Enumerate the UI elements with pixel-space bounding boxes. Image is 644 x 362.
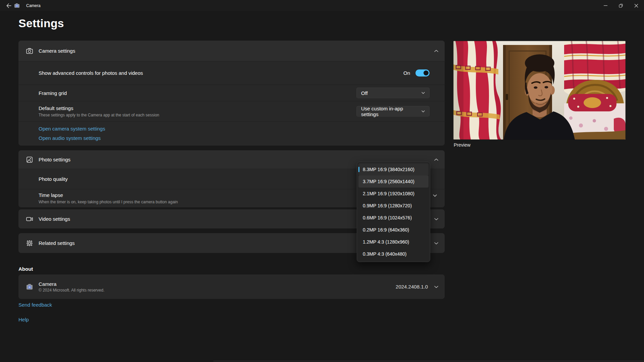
- chevron-down-icon: [434, 285, 439, 289]
- default-settings-label: Default settings: [39, 105, 159, 111]
- menu-item-quality-7[interactable]: 0.3MP 4:3 (640x480): [358, 248, 429, 260]
- framing-grid-combobox[interactable]: Off: [356, 88, 430, 98]
- gear-icon: [26, 240, 33, 247]
- default-settings-description: These settings apply to the Camera app a…: [39, 113, 159, 117]
- close-icon: [634, 4, 638, 8]
- menu-item-quality-3[interactable]: 0.9MP 16:9 (1280x720): [358, 200, 429, 212]
- titlebar: Camera: [0, 0, 644, 11]
- photo-quality-label: Photo quality: [39, 176, 68, 182]
- camera-app-window: { "window": { "app_title": "Camera", "co…: [0, 0, 644, 362]
- close-button[interactable]: [629, 0, 644, 11]
- default-settings-combobox[interactable]: Use custom in-app settings: [356, 106, 430, 117]
- camera-preview-image: [453, 41, 626, 140]
- window-title: Camera: [26, 0, 41, 11]
- toggle-state-label: On: [403, 70, 410, 76]
- photo-settings-title: Photo settings: [39, 157, 70, 162]
- about-card: Camera © 2024 Microsoft. All rights rese…: [18, 274, 445, 299]
- video-camera-icon: [26, 215, 33, 223]
- about-expander[interactable]: Camera © 2024 Microsoft. All rights rese…: [18, 274, 445, 299]
- taskbar-edge: [213, 361, 644, 361]
- camera-settings-title: Camera settings: [39, 48, 75, 54]
- restore-button[interactable]: [613, 0, 629, 11]
- minimize-button[interactable]: [598, 0, 613, 11]
- camera-app-icon: [26, 283, 33, 291]
- about-copyright: © 2024 Microsoft. All rights reserved.: [39, 288, 104, 293]
- chevron-down-icon: [434, 217, 439, 221]
- left-curtain: [453, 41, 501, 140]
- open-audio-system-settings-link[interactable]: Open audio system settings: [39, 135, 101, 141]
- menu-item-quality-6[interactable]: 1.2MP 4:3 (1280x960): [358, 236, 429, 248]
- time-lapse-label: Time lapse: [39, 192, 178, 198]
- restore-icon: [619, 4, 623, 8]
- camera-settings-header[interactable]: Camera settings: [18, 41, 445, 61]
- send-feedback-link[interactable]: Send feedback: [18, 302, 52, 308]
- preview-scene: [453, 41, 626, 140]
- photo-icon: [26, 156, 33, 163]
- chevron-up-icon: [434, 49, 439, 53]
- camera-settings-card: Camera settings Show advanced controls f…: [18, 41, 445, 146]
- advanced-controls-row: Show advanced controls for photos and vi…: [18, 61, 445, 85]
- time-lapse-description: When the timer is on, keep taking photos…: [39, 200, 178, 204]
- preview-label: Preview: [454, 142, 470, 148]
- about-heading: About: [18, 266, 33, 272]
- chevron-up-icon: [434, 157, 439, 162]
- menu-item-quality-5[interactable]: 0.2MP 16:9 (640x360): [358, 224, 429, 236]
- framing-grid-label: Framing grid: [39, 90, 67, 96]
- about-version: 2024.2408.1.0: [396, 284, 428, 290]
- default-settings-value: Use custom in-app settings: [361, 106, 421, 117]
- menu-item-quality-1[interactable]: 3.7MP 16:9 (2560x1440): [358, 175, 429, 188]
- chevron-down-icon: [421, 109, 425, 113]
- page-title: Settings: [18, 17, 64, 30]
- camera-app-icon: [14, 3, 20, 8]
- advanced-controls-label: Show advanced controls for photos and vi…: [39, 70, 143, 76]
- open-camera-system-settings-link[interactable]: Open camera system settings: [39, 126, 105, 132]
- time-lapse-control-chevron-icon[interactable]: [433, 193, 437, 198]
- minimize-icon: [604, 4, 607, 7]
- advanced-controls-toggle[interactable]: [415, 69, 430, 76]
- system-links-block: Open camera system settings Open audio s…: [18, 121, 445, 146]
- help-link[interactable]: Help: [18, 317, 29, 322]
- menu-item-quality-0[interactable]: 8.3MP 16:9 (3840x2160): [358, 163, 429, 175]
- default-settings-row: Default settings These settings apply to…: [18, 101, 445, 121]
- menu-item-quality-4[interactable]: 0.6MP 16:9 (1024x576): [358, 212, 429, 224]
- back-arrow-icon: [6, 3, 11, 8]
- related-settings-title: Related settings: [39, 240, 75, 246]
- framing-grid-row: Framing grid Off: [18, 85, 445, 101]
- chevron-down-icon: [421, 91, 425, 95]
- menu-item-quality-2[interactable]: 2.1MP 16:9 (1920x1080): [358, 188, 429, 200]
- camera-icon: [26, 47, 33, 55]
- chevron-down-icon: [434, 241, 439, 246]
- photo-quality-flyout: 8.3MP 16:9 (3840x2160) 3.7MP 16:9 (2560x…: [357, 162, 430, 262]
- about-app-name: Camera: [39, 281, 104, 287]
- video-settings-title: Video settings: [39, 216, 70, 222]
- framing-grid-value: Off: [361, 90, 368, 96]
- back-button[interactable]: [3, 0, 15, 11]
- toggle-knob: [424, 70, 429, 75]
